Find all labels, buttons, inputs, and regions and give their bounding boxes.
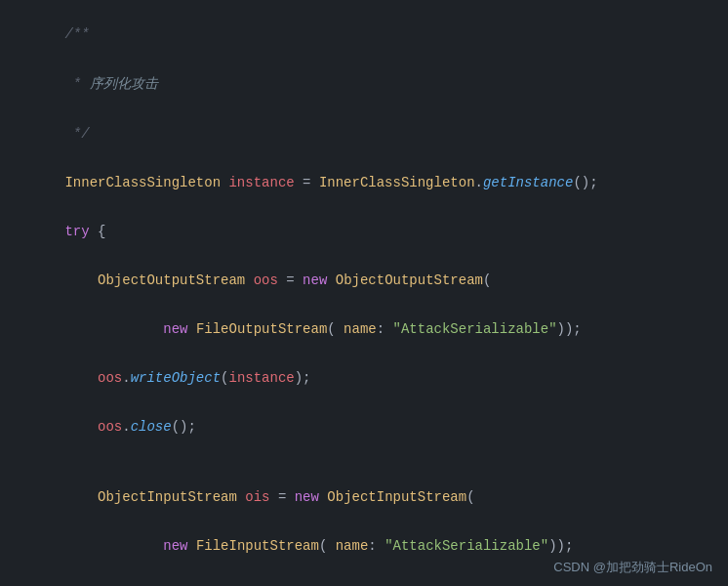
kw-try: try xyxy=(64,224,89,239)
code-line-3: */ xyxy=(0,109,728,158)
kw-new7: new xyxy=(163,321,187,337)
var-oos9: oos xyxy=(98,419,122,435)
space11 xyxy=(237,489,245,505)
eq11: = xyxy=(269,489,294,505)
indent8 xyxy=(64,370,98,386)
code-line-7: new FileOutputStream( name: "AttackSeria… xyxy=(0,305,728,354)
code-line-2: * 序列化攻击 xyxy=(0,59,728,109)
indent7 xyxy=(64,321,163,337)
indent12 xyxy=(64,538,163,554)
method-close9: close xyxy=(131,419,172,435)
code-line-5: try { xyxy=(0,207,728,256)
colon7: : xyxy=(377,321,393,337)
kw-new11: new xyxy=(295,489,319,505)
comment-close: */ xyxy=(64,126,89,142)
space7 xyxy=(187,321,195,337)
code-line-9: oos.close(); xyxy=(0,402,728,451)
paren7b: )); xyxy=(557,321,582,337)
var-instance: instance xyxy=(228,175,294,190)
paren7a: ( xyxy=(327,321,344,337)
type-oos2: ObjectOutputStream xyxy=(336,272,483,288)
type-oos: ObjectOutputStream xyxy=(98,272,245,288)
var-oos8: oos xyxy=(98,370,122,386)
call9: (); xyxy=(172,419,196,435)
dot8: . xyxy=(122,370,130,386)
close8: ); xyxy=(295,370,311,386)
code-line-1: /** xyxy=(0,10,728,59)
comment-star: * xyxy=(64,76,89,92)
code-editor: /** * 序列化攻击 */ InnerClassSingleton insta… xyxy=(0,0,728,586)
param-name7: name xyxy=(344,321,377,337)
indent6 xyxy=(64,272,98,288)
indent9 xyxy=(64,419,98,435)
code-line-4: InnerClassSingleton instance = InnerClas… xyxy=(0,158,728,207)
space12 xyxy=(187,538,195,554)
paren12a: ( xyxy=(319,538,336,554)
code-line-8: oos.writeObject(instance); xyxy=(0,354,728,402)
type-ois: ObjectInputStream xyxy=(98,489,237,505)
code-line-10 xyxy=(0,451,728,473)
type-ois2: ObjectInputStream xyxy=(327,489,466,505)
param-name12: name xyxy=(336,538,369,554)
colon12: : xyxy=(368,538,384,554)
type-fis: FileInputStream xyxy=(196,538,319,554)
dot9: . xyxy=(122,419,130,435)
str-attack12: "AttackSerializable" xyxy=(384,538,548,554)
paren11: ( xyxy=(466,489,474,505)
comment-open: /** xyxy=(64,26,89,42)
kw-new6: new xyxy=(303,272,327,288)
comment-chinese: 序列化攻击 xyxy=(90,76,158,92)
space6 xyxy=(245,272,253,288)
paren12b: )); xyxy=(548,538,573,554)
eq1: = xyxy=(295,175,319,190)
watermark: CSDN @加把劲骑士RideOn xyxy=(553,559,712,576)
eq6: = xyxy=(278,272,303,288)
var-ois: ois xyxy=(245,489,269,505)
space6b xyxy=(327,272,335,288)
dot1: . xyxy=(475,175,483,190)
try-brace: { xyxy=(90,224,106,239)
indent11 xyxy=(64,489,98,505)
str-attack7: "AttackSerializable" xyxy=(393,321,557,337)
type-innerclass2: InnerClassSingleton xyxy=(319,175,475,190)
paren6: ( xyxy=(483,272,491,288)
code-line-6: ObjectOutputStream oos = new ObjectOutpu… xyxy=(0,256,728,305)
arg-instance8: instance xyxy=(228,370,294,386)
kw-new12: new xyxy=(163,538,187,554)
method-getinstance: getInstance xyxy=(483,175,573,190)
paren1: (); xyxy=(573,175,597,190)
method-writeobj: writeObject xyxy=(131,370,221,386)
var-oos: oos xyxy=(254,272,278,288)
type-fos: FileOutputStream xyxy=(196,321,327,337)
code-line-11: ObjectInputStream ois = new ObjectInputS… xyxy=(0,473,728,522)
type-innerclass1: InnerClassSingleton xyxy=(64,175,221,190)
